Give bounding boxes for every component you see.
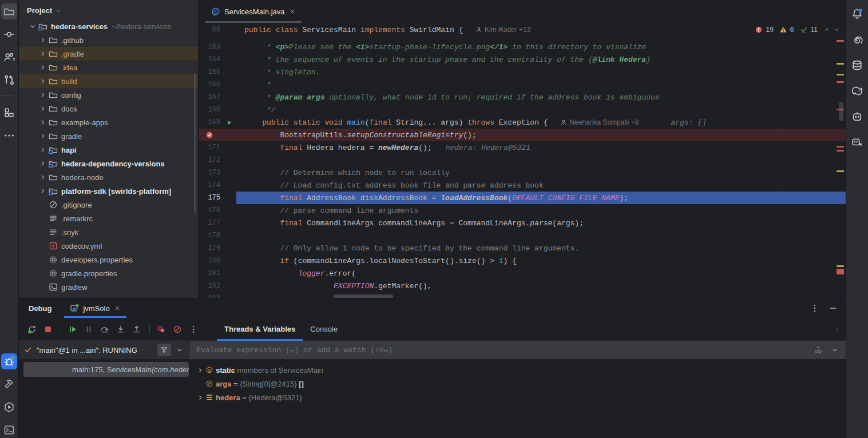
line-number[interactable]: 182 xyxy=(199,282,221,290)
line-number[interactable]: 169 xyxy=(199,118,221,126)
add-watch-icon[interactable] xyxy=(814,345,823,355)
code-line-182[interactable]: 182 EXCEPTION.getMarker(), xyxy=(199,280,846,292)
rerun-button[interactable] xyxy=(25,322,39,337)
expand-watches-icon[interactable] xyxy=(831,346,839,354)
close-icon[interactable] xyxy=(289,8,296,15)
tree-item-developers-properties[interactable]: developers.properties xyxy=(19,253,198,266)
chevron-right-icon[interactable] xyxy=(37,50,49,58)
thread-dropdown-icon[interactable] xyxy=(176,346,184,354)
tree-item--remarkrc[interactable]: .remarkrc xyxy=(19,212,198,225)
tree-item-build[interactable]: build xyxy=(19,74,198,88)
line-number[interactable]: 168 xyxy=(199,106,221,114)
line-number[interactable]: 166 xyxy=(199,81,221,89)
line-number[interactable]: 174 xyxy=(199,181,221,189)
code-line-163[interactable]: 163 * <p>Please see the <i>startup-phase… xyxy=(199,41,846,53)
close-icon[interactable] xyxy=(114,305,121,312)
build-tool-button[interactable] xyxy=(1,376,17,392)
database-tool-button[interactable] xyxy=(849,57,865,73)
layout-settings-icon[interactable] xyxy=(837,325,846,334)
tree-item--gradle[interactable]: .gradle xyxy=(19,47,198,61)
chevron-right-icon[interactable] xyxy=(37,132,49,140)
tree-item-gradle[interactable]: gradle xyxy=(19,129,198,143)
hide-panel-icon[interactable] xyxy=(829,304,838,313)
debug-title[interactable]: Debug xyxy=(29,304,51,313)
line-number[interactable]: 175 xyxy=(199,194,221,202)
notifications-tool-button[interactable] xyxy=(849,6,865,22)
chevron-right-icon[interactable] xyxy=(195,394,205,401)
chevron-right-icon[interactable] xyxy=(37,173,49,181)
gradle-tool-button[interactable] xyxy=(849,83,865,99)
users-help-tool-button[interactable]: ? xyxy=(1,49,17,65)
line-number[interactable]: 165 xyxy=(199,68,221,76)
line-number[interactable]: 181 xyxy=(199,269,221,277)
code-line[interactable]: BootstrapUtils.setupConstructableRegistr… xyxy=(199,129,846,141)
filter-frames-button[interactable] xyxy=(157,344,171,356)
code-line-180[interactable]: 180 if (commandLineArgs.localNodesToStar… xyxy=(199,254,846,267)
chevron-down-icon[interactable] xyxy=(55,7,62,14)
tree-item-gradle-properties[interactable]: gradle.properties xyxy=(19,266,198,280)
step-out-button[interactable] xyxy=(129,322,144,337)
chevron-right-icon[interactable] xyxy=(37,91,49,99)
chevron-right-icon[interactable] xyxy=(37,160,49,168)
more-tool-button[interactable] xyxy=(1,128,17,144)
ai-assistant-tool-button[interactable] xyxy=(849,31,865,47)
project-folder-tool-button[interactable] xyxy=(1,3,17,19)
chevron-right-icon[interactable] xyxy=(195,367,205,374)
tree-item--gitignore[interactable]: .gitignore xyxy=(19,198,198,212)
thread-selector[interactable]: "main"@1 in ...ain": RUNNING xyxy=(19,341,189,359)
variable-row[interactable]: Pargs = {String[0]@2415} [] xyxy=(189,377,846,391)
variable-row[interactable]: hedera = {Hedera@5321} xyxy=(189,391,846,404)
editor-tab-servicesmain[interactable]: C ServicesMain.java xyxy=(205,0,302,23)
inspections-widget[interactable]: 19 6 11 xyxy=(755,26,846,34)
line-number[interactable]: 167 xyxy=(199,93,221,101)
assistant-robot-tool-button[interactable] xyxy=(849,109,865,125)
code-line-169[interactable]: 169 public static void main(final String… xyxy=(199,116,846,129)
resume-button[interactable] xyxy=(65,322,80,337)
view-breakpoints-button[interactable] xyxy=(154,322,169,337)
code-line-164[interactable]: 164 * the sequence of events in the star… xyxy=(199,53,846,66)
prev-problem-icon[interactable] xyxy=(823,26,830,33)
line-number[interactable]: 180 xyxy=(199,257,221,265)
pull-requests-tool-button[interactable] xyxy=(1,72,17,88)
code-line-179[interactable]: 179 // Only allow 1 node to be specified… xyxy=(199,242,846,254)
debug-tool-button[interactable] xyxy=(1,353,17,369)
author-annotation[interactable]: Neeharika Sompalli +8 xyxy=(560,118,639,126)
chevron-right-icon[interactable] xyxy=(37,187,49,195)
line-number[interactable]: 163 xyxy=(199,43,221,51)
code-line-176[interactable]: 176 // parse command line arguments xyxy=(199,204,846,217)
step-over-button[interactable] xyxy=(97,322,112,337)
code-line-168[interactable]: 168 */ xyxy=(199,103,846,116)
code-line-181[interactable]: 181 logger.error( xyxy=(199,267,846,280)
next-problem-icon[interactable] xyxy=(833,26,840,33)
line-number[interactable]: 172 xyxy=(199,156,221,164)
tree-item-hedera-node[interactable]: hedera-node xyxy=(19,170,198,184)
stop-button[interactable] xyxy=(41,322,56,337)
code-area[interactable]: 163 * <p>Please see the <i>startup-phase… xyxy=(199,37,846,298)
chevron-right-icon[interactable] xyxy=(37,118,49,126)
code-line-172[interactable]: 172 xyxy=(199,154,846,166)
more-button[interactable] xyxy=(186,322,201,337)
code-line-175[interactable]: 175 final AddressBook diskAddressBook = … xyxy=(199,192,846,204)
services-tool-button[interactable] xyxy=(1,399,17,415)
chevron-down-icon[interactable] xyxy=(27,22,38,30)
code-line-177[interactable]: 177 final CommandLineArgs commandLineArg… xyxy=(199,217,846,229)
tree-item--idea[interactable]: .idea xyxy=(19,61,198,74)
view-tab-threads-variables[interactable]: Threads & Variables xyxy=(217,318,303,340)
code-line-183[interactable]: 183 xyxy=(199,292,846,298)
ai-chat-tool-button[interactable] xyxy=(849,134,865,150)
commit-tool-button[interactable] xyxy=(1,26,17,42)
project-header[interactable]: Project xyxy=(19,0,198,19)
line-number[interactable]: 177 xyxy=(199,219,221,227)
code-line-167[interactable]: 167 * @param args optionally, what node … xyxy=(199,91,846,103)
line-number[interactable]: 179 xyxy=(199,244,221,252)
structure-tool-button[interactable] xyxy=(1,105,17,121)
code-line-178[interactable]: 178 xyxy=(199,229,846,242)
tree-item--github[interactable]: .github xyxy=(19,33,198,47)
line-number[interactable]: 171 xyxy=(199,144,221,152)
step-into-button[interactable] xyxy=(113,322,128,337)
tree-item-config[interactable]: config xyxy=(19,88,198,102)
tab-bar-more-icon[interactable] xyxy=(837,7,846,16)
tree-item--snyk[interactable]: .snyk xyxy=(19,225,198,239)
chevron-right-icon[interactable] xyxy=(37,105,49,113)
line-number[interactable]: 183 xyxy=(199,294,221,298)
